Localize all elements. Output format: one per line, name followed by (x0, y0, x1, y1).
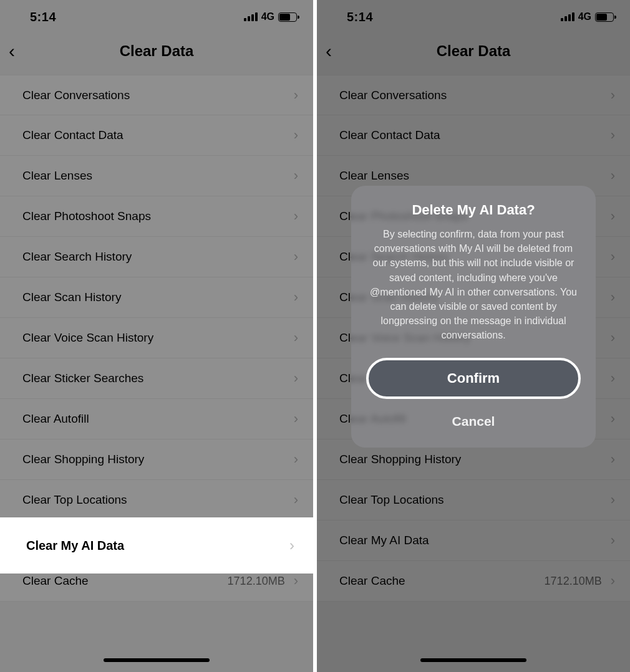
nav-header: ‹ Clear Data (317, 34, 630, 69)
row-clear-search-history[interactable]: Clear Search History› (0, 237, 313, 277)
chevron-right-icon: › (294, 87, 298, 103)
chevron-right-icon: › (611, 208, 615, 224)
delete-my-ai-data-dialog: Delete My AI Data? By selecting confirm,… (351, 186, 596, 448)
home-indicator (104, 658, 210, 662)
row-clear-cache[interactable]: Clear Cache1712.10MB› (317, 561, 630, 602)
chevron-right-icon: › (294, 249, 298, 265)
chevron-right-icon: › (294, 127, 298, 143)
chevron-right-icon: › (294, 168, 298, 184)
cache-size: 1712.10MB (228, 575, 285, 588)
row-clear-voice-scan-history[interactable]: Clear Voice Scan History› (0, 318, 313, 358)
chevron-right-icon: › (294, 411, 298, 427)
chevron-right-icon: › (611, 249, 615, 265)
status-time: 5:14 (30, 10, 56, 24)
home-indicator (420, 658, 526, 662)
dialog-title: Delete My AI Data? (366, 202, 581, 218)
chevron-right-icon: › (611, 330, 615, 346)
phone-right: 5:14 4G ‹ Clear Data Clear Conversations… (317, 0, 630, 672)
network-label: 4G (261, 11, 274, 22)
row-clear-contact-data[interactable]: Clear Contact Data› (317, 115, 630, 156)
chevron-right-icon: › (294, 492, 298, 508)
chevron-right-icon: › (611, 87, 615, 103)
page-title: Clear Data (317, 42, 630, 60)
row-clear-my-ai-data[interactable]: Clear My AI Data› (317, 521, 630, 561)
row-clear-autofill[interactable]: Clear Autofill› (0, 399, 313, 439)
chevron-right-icon: › (294, 573, 298, 589)
row-clear-scan-history[interactable]: Clear Scan History› (0, 277, 313, 318)
confirm-button[interactable]: Confirm (366, 358, 581, 399)
chevron-right-icon: › (611, 532, 615, 549)
network-label: 4G (578, 11, 591, 22)
chevron-right-icon: › (294, 451, 298, 468)
row-clear-conversations[interactable]: Clear Conversations› (317, 75, 630, 115)
chevron-right-icon: › (294, 370, 298, 386)
chevron-right-icon: › (294, 330, 298, 346)
chevron-right-icon: › (611, 573, 615, 589)
page-title: Clear Data (0, 42, 313, 60)
dialog-body: By selecting confirm, data from your pas… (366, 227, 581, 343)
row-clear-lenses[interactable]: Clear Lenses› (0, 156, 313, 196)
battery-icon (595, 12, 614, 22)
highlight-label: Clear My AI Data (26, 539, 289, 553)
chevron-right-icon: › (611, 492, 615, 508)
chevron-right-icon: › (611, 289, 615, 305)
chevron-right-icon: › (611, 451, 615, 468)
cancel-button[interactable]: Cancel (366, 408, 581, 430)
row-clear-top-locations[interactable]: Clear Top Locations› (0, 480, 313, 521)
back-icon[interactable]: ‹ (9, 41, 15, 62)
row-clear-conversations[interactable]: Clear Conversations› (0, 75, 313, 115)
cellular-signal-icon (561, 12, 574, 21)
cache-size: 1712.10MB (545, 575, 602, 588)
status-bar: 5:14 4G (0, 0, 313, 34)
row-clear-top-locations[interactable]: Clear Top Locations› (317, 480, 630, 521)
chevron-right-icon: › (289, 537, 294, 554)
chevron-right-icon: › (611, 127, 615, 143)
battery-icon (278, 12, 297, 22)
chevron-right-icon: › (294, 208, 298, 224)
chevron-right-icon: › (611, 411, 615, 427)
highlight-clear-my-ai-data[interactable]: Clear My AI Data › (0, 517, 313, 574)
cellular-signal-icon (244, 12, 258, 21)
row-clear-shopping-history[interactable]: Clear Shopping History› (0, 439, 313, 480)
phone-left: 5:14 4G ‹ Clear Data Clear Conversations… (0, 0, 313, 672)
back-icon[interactable]: ‹ (326, 41, 332, 62)
nav-header: ‹ Clear Data (0, 34, 313, 69)
chevron-right-icon: › (294, 289, 298, 305)
chevron-right-icon: › (611, 168, 615, 184)
row-clear-photoshoot-snaps[interactable]: Clear Photoshoot Snaps› (0, 196, 313, 237)
row-clear-sticker-searches[interactable]: Clear Sticker Searches› (0, 358, 313, 399)
row-clear-contact-data[interactable]: Clear Contact Data› (0, 115, 313, 156)
status-time: 5:14 (347, 10, 373, 24)
chevron-right-icon: › (611, 370, 615, 386)
status-bar: 5:14 4G (317, 0, 630, 34)
